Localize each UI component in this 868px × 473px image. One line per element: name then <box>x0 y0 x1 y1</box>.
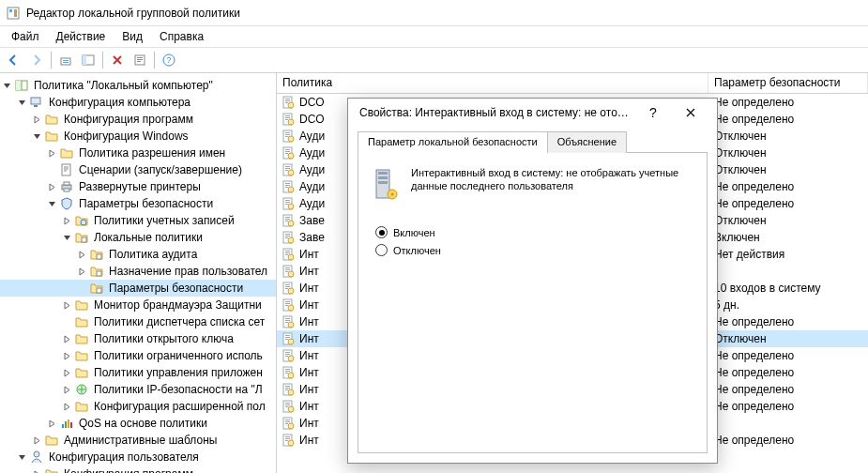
dialog-help-button[interactable]: ? <box>634 99 672 126</box>
tree-item-label: Конфигурация Windows <box>62 129 190 144</box>
tree-pane[interactable]: Политика "Локальный компьютер"Конфигурац… <box>0 73 277 473</box>
shield-icon <box>59 196 74 211</box>
svg-point-22 <box>81 220 86 225</box>
svg-rect-29 <box>65 421 67 428</box>
chevron-down-icon[interactable] <box>60 231 73 244</box>
up-button[interactable] <box>55 50 76 70</box>
tree-item[interactable]: Конфигурация расширенной пол <box>0 398 276 415</box>
svg-rect-23 <box>82 237 86 242</box>
chevron-right-icon[interactable] <box>45 146 58 160</box>
folder-icon <box>74 399 89 414</box>
tree-item[interactable]: Конфигурация компьютера <box>0 94 276 111</box>
dialog-close-button[interactable] <box>672 99 709 126</box>
chevron-right-icon[interactable] <box>45 180 58 193</box>
chevron-right-icon[interactable] <box>60 298 73 312</box>
svg-rect-15 <box>16 81 22 90</box>
help-button[interactable]: ? <box>159 50 179 70</box>
tree-item[interactable]: Политики учетных записей <box>0 212 276 229</box>
policy-icon <box>281 314 296 329</box>
tree-item[interactable]: Политики открытого ключа <box>0 330 276 347</box>
policy-name: Инт <box>299 417 319 430</box>
chevron-right-icon[interactable] <box>30 434 43 447</box>
tree-item[interactable]: Конфигурация пользователя <box>0 449 276 465</box>
tree-item[interactable]: Развернутые принтеры <box>0 178 276 195</box>
tree-item[interactable]: QoS на основе политики <box>0 415 276 432</box>
menu-action[interactable]: Действие <box>49 28 114 45</box>
tree-item[interactable]: Сценарии (запуск/завершение) <box>0 161 276 178</box>
tree-item[interactable]: Конфигурация программ <box>0 465 276 473</box>
svg-rect-105 <box>285 337 290 338</box>
chevron-down-icon[interactable] <box>30 130 43 143</box>
chevron-right-icon[interactable] <box>60 400 73 413</box>
tree-item[interactable]: Локальные политики <box>0 229 276 246</box>
svg-point-52 <box>288 153 294 159</box>
security-param-value: Отключен <box>708 146 868 160</box>
tree-item[interactable]: Политики IP-безопасности на "Л <box>0 381 276 398</box>
tree-item[interactable]: Политика разрешения имен <box>0 145 276 161</box>
toolbar: ? <box>0 47 868 73</box>
dialog-titlebar[interactable]: Свойства: Интерактивный вход в систему: … <box>348 99 717 127</box>
chevron-right-icon[interactable] <box>45 417 58 430</box>
chevron-right-icon[interactable] <box>60 383 73 396</box>
policy-icon <box>281 196 296 211</box>
properties-button[interactable] <box>129 50 150 70</box>
tab-local-security-param[interactable]: Параметр локальной безопасности <box>358 131 548 153</box>
chevron-down-icon[interactable] <box>0 79 13 92</box>
svg-rect-130 <box>285 421 290 422</box>
chevron-right-icon[interactable] <box>75 265 88 278</box>
tree-item[interactable]: Административные шаблоны <box>0 432 276 449</box>
chevron-right-icon[interactable] <box>60 214 73 227</box>
delete-button[interactable] <box>107 50 128 70</box>
menubar: Файл Действие Вид Справка <box>0 26 868 47</box>
chevron-right-icon[interactable] <box>30 467 43 473</box>
tree-item[interactable]: Политики управления приложен <box>0 364 276 381</box>
tree-item-label: Назначение прав пользовател <box>107 264 269 279</box>
tree-item[interactable]: Параметры безопасности <box>0 280 276 297</box>
tree-item-label: Конфигурация программ <box>62 466 195 473</box>
svg-rect-60 <box>285 185 290 186</box>
tree-item[interactable]: Политики ограниченного исполь <box>0 347 276 364</box>
policy-name: Инт <box>299 298 319 312</box>
localpol-icon <box>89 281 104 296</box>
chevron-right-icon[interactable] <box>60 349 73 362</box>
chevron-down-icon[interactable] <box>15 96 28 109</box>
tree-item-label: Политика разрешения имен <box>77 145 227 160</box>
tab-explanation[interactable]: Объяснение <box>547 131 627 153</box>
svg-rect-104 <box>285 335 290 336</box>
menu-view[interactable]: Вид <box>114 28 150 45</box>
tree-item[interactable]: Назначение прав пользовател <box>0 263 276 280</box>
security-param-value: Включен <box>708 231 868 244</box>
forward-button[interactable] <box>26 50 47 70</box>
chevron-right-icon[interactable] <box>75 248 88 261</box>
column-header-policy[interactable]: Политика <box>277 73 708 93</box>
chevron-down-icon[interactable] <box>15 450 28 464</box>
column-header-security-param[interactable]: Параметр безопасности <box>708 73 868 93</box>
dialog-body: Параметр локальной безопасности Объяснен… <box>348 127 717 463</box>
window-title: Редактор локальной групповой политики <box>26 7 240 20</box>
policy-icon <box>281 129 296 144</box>
dialog-tabstrip: Параметр локальной безопасности Объяснен… <box>358 130 708 153</box>
tree-item[interactable]: Конфигурация программ <box>0 111 276 128</box>
policy-icon <box>281 281 296 296</box>
show-hide-tree-button[interactable] <box>78 50 99 70</box>
menu-help[interactable]: Справка <box>152 28 211 45</box>
policy-name: Инт <box>299 265 319 278</box>
radio-disabled[interactable]: Отключен <box>375 244 693 256</box>
radio-enabled[interactable]: Включен <box>375 226 693 238</box>
tree-item[interactable]: Политики диспетчера списка сет <box>0 313 276 330</box>
menu-file[interactable]: Файл <box>4 28 47 45</box>
svg-rect-106 <box>285 339 288 340</box>
tree-item[interactable]: Параметры безопасности <box>0 195 276 212</box>
tree-item[interactable]: Политика "Локальный компьютер" <box>0 77 276 94</box>
tree-item[interactable]: Конфигурация Windows <box>0 128 276 145</box>
chevron-down-icon[interactable] <box>45 197 58 210</box>
chevron-right-icon[interactable] <box>30 113 43 126</box>
svg-point-97 <box>288 305 294 311</box>
back-button[interactable] <box>4 50 24 70</box>
tree-item[interactable]: Политика аудита <box>0 246 276 263</box>
chevron-right-icon[interactable] <box>60 366 73 379</box>
chevron-right-icon[interactable] <box>60 332 73 345</box>
svg-rect-74 <box>285 234 290 235</box>
svg-rect-111 <box>285 356 288 357</box>
tree-item[interactable]: Монитор брандмауэра Защитни <box>0 297 276 313</box>
